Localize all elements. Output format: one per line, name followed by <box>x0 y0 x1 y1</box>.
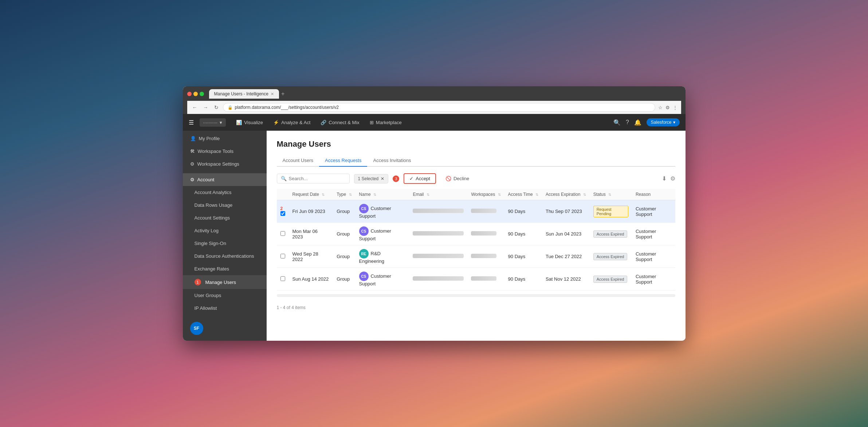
check-circle-icon: ✓ <box>409 176 413 181</box>
sidebar-item-data-source-auth[interactable]: Data Source Authentications <box>183 250 267 262</box>
cell-status: Access Expired <box>590 245 632 268</box>
status-badge: Access Expired <box>593 230 628 238</box>
chevron-down-icon: ▾ <box>673 120 675 125</box>
sort-icon[interactable]: ⇅ <box>535 193 538 197</box>
cell-access-expiration: Sat Nov 12 2022 <box>542 268 590 290</box>
workspace-selector[interactable]: ··········· ▾ <box>200 118 226 127</box>
sidebar-item-exchange-rates[interactable]: Exchange Rates <box>183 262 267 275</box>
status-badge: Access Expired <box>593 253 628 260</box>
tab-access-requests[interactable]: Access Requests <box>319 155 367 167</box>
nav-connect[interactable]: 🔗 Connect & Mix <box>316 117 364 128</box>
row-checkbox[interactable] <box>280 276 285 281</box>
sidebar-item-workspace-settings[interactable]: ⚙ Workspace Settings <box>183 158 267 170</box>
cell-status: Access Expired <box>590 223 632 245</box>
name-badge: CS <box>359 272 369 281</box>
chevron-down-icon: ▾ <box>220 120 222 125</box>
cell-access-time: 90 Days <box>504 223 542 245</box>
help-icon[interactable]: ? <box>626 119 629 126</box>
row-checkbox[interactable] <box>280 231 285 236</box>
nav-marketplace-label: Marketplace <box>376 120 402 125</box>
table-footer: 1 - 4 of 4 items <box>277 301 675 315</box>
table-row[interactable]: 2Fri Jun 09 2023GroupCSCustomer Support9… <box>277 200 675 223</box>
workspace-tools-label: Workspace Tools <box>198 149 234 154</box>
sidebar-item-workspace-tools[interactable]: 🛠 Workspace Tools <box>183 145 267 158</box>
cell-type: Group <box>333 200 355 223</box>
cell-type: Group <box>333 268 355 290</box>
cell-access-expiration: Tue Dec 27 2022 <box>542 245 590 268</box>
tab-account-users[interactable]: Account Users <box>277 155 319 167</box>
forward-button[interactable]: → <box>202 104 210 111</box>
workspace-blurred <box>471 276 496 281</box>
cell-workspaces <box>467 268 504 290</box>
account-settings-label: Account Settings <box>195 215 230 221</box>
sort-icon[interactable]: ⇅ <box>349 193 352 197</box>
data-source-auth-label: Data Source Authentications <box>195 253 254 259</box>
accept-button[interactable]: ✓ Accept <box>404 173 436 184</box>
sidebar-item-my-profile[interactable]: 👤 My Profile <box>183 132 267 145</box>
sort-icon[interactable]: ⇅ <box>608 193 611 197</box>
user-groups-label: User Groups <box>195 293 221 298</box>
tab-access-invitations[interactable]: Access Invitations <box>367 155 417 167</box>
header-type: Type ⇅ <box>333 189 355 200</box>
header-name: Name ⇅ <box>356 189 409 200</box>
nav-visualize[interactable]: 📊 Visualize <box>232 117 267 128</box>
search-icon[interactable]: 🔍 <box>613 119 621 126</box>
hamburger-menu-icon[interactable]: ☰ <box>189 119 194 126</box>
close-selected-icon[interactable]: ✕ <box>381 176 384 181</box>
sidebar-item-data-rows-usage[interactable]: Data Rows Usage <box>183 199 267 211</box>
address-bar[interactable]: 🔒 platform.datorama.com/___/settings/acc… <box>223 103 655 112</box>
cell-workspaces <box>467 245 504 268</box>
email-blurred <box>413 276 464 281</box>
search-box[interactable]: 🔍 <box>277 174 350 183</box>
sidebar-item-activity-log[interactable]: Activity Log <box>183 224 267 237</box>
sort-icon[interactable]: ⇅ <box>322 193 325 197</box>
star-icon[interactable]: ☆ <box>658 105 663 110</box>
settings-icon[interactable]: ⚙ <box>670 175 675 182</box>
new-tab-button[interactable]: + <box>281 91 284 97</box>
workspace-blurred <box>471 254 496 258</box>
workspace-blurred <box>471 231 496 236</box>
minimize-traffic-light[interactable] <box>193 92 198 96</box>
sidebar-item-account-settings[interactable]: Account Settings <box>183 211 267 224</box>
reload-button[interactable]: ↻ <box>213 104 220 111</box>
browser-window: Manage Users - Intelligence ✕ + ← → ↻ 🔒 … <box>183 86 686 341</box>
manage-users-label: Manage Users <box>205 280 236 285</box>
close-traffic-light[interactable] <box>187 92 192 96</box>
row-checkbox[interactable] <box>280 211 285 216</box>
table-row[interactable]: Wed Sep 28 2022GroupRER&D Engineering90 … <box>277 245 675 268</box>
horizontal-scrollbar[interactable] <box>277 294 675 297</box>
tab-close-icon[interactable]: ✕ <box>271 92 274 96</box>
bell-icon[interactable]: 🔔 <box>634 119 641 126</box>
row-checkbox[interactable] <box>280 254 285 258</box>
extensions-icon[interactable]: ⚙ <box>665 105 670 110</box>
action-count-badge: 3 <box>393 175 399 182</box>
cell-reason: Customer Support <box>632 268 675 290</box>
decline-button[interactable]: 🚫 Decline <box>440 174 474 183</box>
salesforce-button[interactable]: Salesforce ▾ <box>647 118 680 126</box>
nav-marketplace[interactable]: ⊞ Marketplace <box>365 117 406 128</box>
search-input[interactable] <box>289 176 346 181</box>
sidebar-item-user-groups[interactable]: User Groups <box>183 289 267 302</box>
sidebar-item-manage-users[interactable]: 1 Manage Users <box>183 275 267 289</box>
sidebar-item-account-analytics[interactable]: Account Analytics <box>183 186 267 199</box>
sidebar-item-single-sign-on[interactable]: Single Sign-On <box>183 237 267 250</box>
nav-analyze[interactable]: ⚡ Analyze & Act <box>269 117 315 128</box>
maximize-traffic-light[interactable] <box>200 92 204 96</box>
workspace-settings-label: Workspace Settings <box>197 161 239 167</box>
profile-icon: 👤 <box>190 136 196 141</box>
sidebar-account-label[interactable]: ⚙ Account <box>183 173 267 186</box>
sort-icon[interactable]: ⇅ <box>498 193 501 197</box>
sort-icon[interactable]: ⇅ <box>427 193 429 197</box>
cell-name: CSCustomer Support <box>356 223 409 245</box>
selected-count-badge[interactable]: 1 Selected ✕ <box>354 174 389 183</box>
sidebar-item-ip-allowlist[interactable]: IP Allowlist <box>183 302 267 315</box>
menu-icon[interactable]: ⋮ <box>673 105 677 110</box>
active-browser-tab[interactable]: Manage Users - Intelligence ✕ <box>209 89 279 99</box>
table-row[interactable]: Mon Mar 06 2023GroupCSCustomer Support90… <box>277 223 675 245</box>
sort-icon[interactable]: ⇅ <box>373 193 376 197</box>
sort-icon[interactable]: ⇅ <box>583 193 586 197</box>
table-row[interactable]: Sun Aug 14 2022GroupCSCustomer Support90… <box>277 268 675 290</box>
cell-reason: Customer Support <box>632 223 675 245</box>
download-icon[interactable]: ⬇ <box>662 175 667 182</box>
back-button[interactable]: ← <box>191 104 199 111</box>
